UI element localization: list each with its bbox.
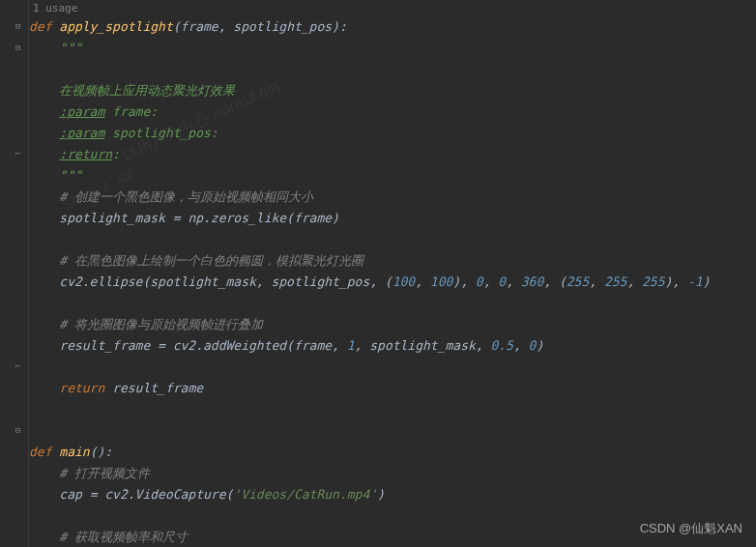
function-name: apply_spotlight <box>59 19 172 34</box>
code-line[interactable]: """ <box>29 38 756 59</box>
expression: np.zeros_like(frame) <box>188 211 339 225</box>
code-line[interactable]: cap = cv2.VideoCapture('Videos/CatRun.mp… <box>29 484 756 505</box>
code-line[interactable]: result_frame = cv2.addWeighted(frame, 1,… <box>29 335 756 357</box>
code-line[interactable] <box>29 357 756 378</box>
keyword: def <box>29 19 59 34</box>
comma: , <box>218 19 234 34</box>
identifier: spotlight_mask <box>59 211 172 225</box>
parameter: spotlight_pos <box>233 19 332 34</box>
fold-icon[interactable]: ⊟ <box>15 21 20 31</box>
code-line[interactable]: # 创建一个黑色图像，与原始视频帧相同大小 <box>29 187 756 208</box>
docstring-text: : <box>112 147 120 161</box>
code-line[interactable]: spotlight_mask = np.zeros_like(frame) <box>29 208 756 229</box>
paren: ): <box>332 19 347 34</box>
watermark-csdn: CSDN @仙魁XAN <box>640 520 742 537</box>
code-line[interactable] <box>29 293 756 314</box>
code-line[interactable] <box>29 229 756 250</box>
function-name: main <box>59 445 89 459</box>
keyword: return <box>59 381 112 395</box>
editor-gutter: ⊟ ⊟ ⌐ ⌐ ⊟ <box>0 0 29 547</box>
fold-icon[interactable]: ⊟ <box>15 425 20 435</box>
code-line[interactable]: # 将光圈图像与原始视频帧进行叠加 <box>29 314 756 335</box>
docstring-open: """ <box>59 41 81 55</box>
code-line[interactable] <box>29 59 756 80</box>
usages-hint[interactable]: 1 usage <box>29 0 756 16</box>
docstring-tag: :return <box>59 147 112 161</box>
comment: # 将光圈图像与原始视频帧进行叠加 <box>59 317 263 331</box>
code-editor: ⊟ ⊟ ⌐ ⌐ ⊟ 1 usage def apply_spotlight(fr… <box>0 0 756 547</box>
keyword: def <box>29 445 59 459</box>
parameter: frame <box>181 19 218 34</box>
docstring-tag: :param <box>59 126 104 140</box>
docstring-tag: :param <box>59 104 104 119</box>
comment: # 获取视频帧率和尺寸 <box>59 530 188 544</box>
code-line[interactable]: """ <box>29 165 756 187</box>
operator: = <box>173 211 189 225</box>
code-line[interactable]: def apply_spotlight(frame, spotlight_pos… <box>29 16 756 38</box>
code-line[interactable]: :param spotlight_pos: <box>29 123 756 144</box>
comment: # 在黑色图像上绘制一个白色的椭圆，模拟聚光灯光圈 <box>59 253 363 268</box>
code-line[interactable]: # 打开视频文件 <box>29 463 756 484</box>
code-line[interactable]: :param frame: <box>29 101 756 123</box>
code-line[interactable]: def main(): <box>29 442 756 463</box>
comment: # 创建一个黑色图像，与原始视频帧相同大小 <box>59 189 313 204</box>
code-line[interactable]: 在视频帧上应用动态聚光灯效果 <box>29 80 756 101</box>
fold-icon[interactable]: ⊟ <box>15 43 20 52</box>
comment: # 打开视频文件 <box>59 466 150 480</box>
paren: ( <box>173 19 181 34</box>
code-line[interactable] <box>29 420 756 442</box>
docstring-close: """ <box>59 168 81 183</box>
code-line[interactable] <box>29 399 756 420</box>
code-line[interactable]: # 在黑色图像上绘制一个白色的椭圆，模拟聚光灯光圈 <box>29 250 756 272</box>
string: 'Videos/CatRun.mp4' <box>233 487 377 502</box>
code-line[interactable]: return result_frame <box>29 378 756 399</box>
fold-end-icon: ⌐ <box>15 361 20 371</box>
code-line[interactable]: cv2.ellipse(spotlight_mask, spotlight_po… <box>29 272 756 293</box>
code-area[interactable]: 1 usage def apply_spotlight(frame, spotl… <box>29 0 756 547</box>
code-line[interactable]: :return: <box>29 144 756 165</box>
fold-end-icon: ⌐ <box>15 149 20 158</box>
docstring-text: frame: <box>104 104 158 119</box>
expression: cv2.ellipse(spotlight_mask <box>59 274 256 289</box>
docstring-text: spotlight_pos: <box>104 126 218 140</box>
docstring-text: 在视频帧上应用动态聚光灯效果 <box>59 83 235 98</box>
